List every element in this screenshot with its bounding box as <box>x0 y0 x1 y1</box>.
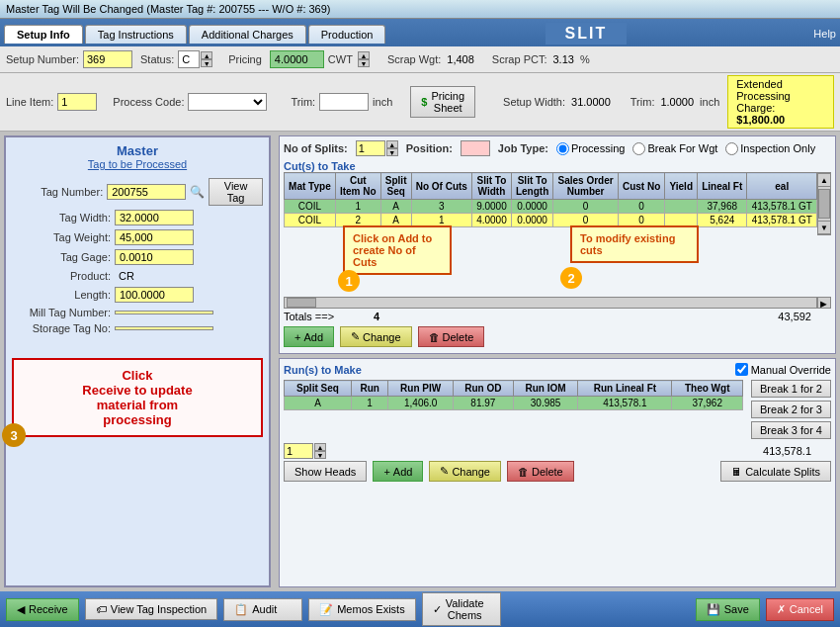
runs-up[interactable]: ▲ <box>314 443 326 451</box>
runs-delete-trash-icon: 🗑 <box>518 466 529 478</box>
break-for-wgt-radio-label[interactable]: Break For Wgt <box>632 142 717 155</box>
inspection-only-option-text: Inspection Only <box>740 142 815 154</box>
break-for-wgt-radio[interactable] <box>632 142 645 155</box>
view-tag-button[interactable]: View Tag <box>209 178 263 206</box>
delete-trash-icon: 🗑 <box>429 331 440 343</box>
splits-down[interactable]: ▼ <box>386 148 398 156</box>
price-down[interactable]: ▼ <box>358 59 370 67</box>
cuts-r1-cut-item-no: 1 <box>335 200 380 214</box>
save-button[interactable]: 💾 Save <box>696 598 760 621</box>
tag-width-value: 32.0000 <box>115 210 194 225</box>
manual-override-checkbox[interactable] <box>735 363 748 376</box>
status-arrows[interactable]: ▲ ▼ <box>201 51 212 67</box>
memos-exists-button[interactable]: 📝 Memos Exists <box>308 598 415 621</box>
runs-delete-button[interactable]: 🗑 Delete <box>507 461 574 482</box>
sb-thumb[interactable] <box>818 189 830 219</box>
receive-icon: ◀ <box>17 603 25 616</box>
runs-spinner-input[interactable] <box>284 443 313 459</box>
trim-input[interactable] <box>319 93 369 111</box>
cancel-button[interactable]: ✗ Cancel <box>766 598 834 621</box>
runs-add-button[interactable]: + Add <box>373 461 423 482</box>
status-spinner[interactable]: ▲ ▼ <box>178 50 212 68</box>
h-scroll-thumb[interactable] <box>287 298 316 308</box>
no-of-splits-input[interactable] <box>356 140 385 156</box>
run-col-piw: Run PIW <box>388 381 454 397</box>
col-no-of-cuts: No Of Cuts <box>411 173 472 200</box>
splits-up[interactable]: ▲ <box>386 140 398 148</box>
splits-arrows[interactable]: ▲ ▼ <box>386 140 398 156</box>
tab-tag-instructions[interactable]: Tag Instructions <box>85 25 187 44</box>
ext-charge-value: $1,800.00 <box>736 114 785 126</box>
trim-right-unit: inch <box>700 96 719 108</box>
validate-chems-button[interactable]: ✓ Validate Chems <box>422 592 501 626</box>
cuts-change-button[interactable]: ✎ Change <box>340 326 412 347</box>
inspection-only-radio-label[interactable]: Inspection Only <box>725 142 815 155</box>
line-item-input[interactable] <box>57 93 97 111</box>
calc-splits-button[interactable]: 🖩 Calculate Splits <box>720 461 831 482</box>
tab-production[interactable]: Production <box>308 25 386 44</box>
h-scroll-right[interactable]: ► <box>817 297 831 309</box>
runs-spinner-arrows[interactable]: ▲ ▼ <box>314 443 326 459</box>
cuts-action-btns: + Add ✎ Change 🗑 Delete <box>284 324 831 349</box>
processing-radio-label[interactable]: Processing <box>556 142 625 155</box>
break-1-for-2-button[interactable]: Break 1 for 2 <box>751 380 831 398</box>
scrap-wgt-value: 1,408 <box>447 53 474 65</box>
runs-down[interactable]: ▼ <box>314 451 326 459</box>
cuts-row-1[interactable]: COIL 1 A 3 9.0000 0.0000 0 0 37,968 <box>285 200 817 214</box>
process-code-select[interactable] <box>188 93 267 111</box>
tag-number-row: Tag Number: 200755 🔍 View Tag <box>12 178 263 206</box>
badge-2: 2 <box>560 267 582 289</box>
processing-radio[interactable] <box>556 142 569 155</box>
content-area: Master Tag to be Processed Tag Number: 2… <box>0 132 840 591</box>
tag-weight-label: Tag Weight: <box>12 231 111 243</box>
sb-down[interactable]: ▼ <box>817 221 831 234</box>
show-heads-button[interactable]: Show Heads <box>284 461 367 482</box>
storage-tag-value <box>115 326 213 330</box>
horizontal-scrollbar[interactable] <box>284 297 817 309</box>
setup-number-label: Setup Number: <box>6 53 79 65</box>
cuts-r1-cust-no: 0 <box>618 200 665 214</box>
tab-additional-charges[interactable]: Additional Charges <box>189 25 306 44</box>
runs-change-button[interactable]: ✎ Change <box>429 461 501 482</box>
runs-spinner[interactable]: ▲ ▼ <box>284 443 326 459</box>
run-row-1[interactable]: A 1 1,406.0 81.97 30.985 413,578.1 37,96… <box>285 397 743 410</box>
processing-option-text: Processing <box>571 142 625 154</box>
sb-up[interactable]: ▲ <box>817 173 831 187</box>
price-up[interactable]: ▲ <box>358 51 370 59</box>
runs-change-label: Change <box>452 466 490 478</box>
inspection-only-radio[interactable] <box>725 142 738 155</box>
cuts-section: No of Splits: ▲ ▼ Position: Job Type: Pr… <box>279 135 836 354</box>
break-3-for-4-button[interactable]: Break 3 for 4 <box>751 421 831 439</box>
scrap-pct-group: Scrap PCT: 3.13 % <box>492 53 590 65</box>
status-input[interactable] <box>178 50 200 68</box>
price-input[interactable] <box>270 50 324 68</box>
col-yield: Yield <box>665 173 698 200</box>
status-down[interactable]: ▼ <box>201 59 212 67</box>
job-type-label: Job Type: <box>498 142 548 154</box>
break-btns-group: Break 1 for 2 Break 2 for 3 Break 3 for … <box>751 380 831 439</box>
manual-override-group[interactable]: Manual Override <box>735 363 831 376</box>
run-r1-split-seq: A <box>285 397 352 410</box>
search-icon[interactable]: 🔍 <box>190 185 205 199</box>
pricing-sheet-button[interactable]: $ Pricing Sheet <box>410 86 475 118</box>
position-input[interactable] <box>461 140 490 156</box>
audit-button[interactable]: 📋 Audit <box>223 598 302 621</box>
slit-badge: SLIT <box>546 23 628 45</box>
validate-icon: ✓ <box>433 603 442 616</box>
view-tag-inspection-button[interactable]: 🏷 View Tag Inspection <box>85 598 217 620</box>
cuts-scrollbar[interactable]: ▲ ▼ <box>817 172 831 235</box>
setup-number-input[interactable] <box>83 50 132 68</box>
cuts-delete-button[interactable]: 🗑 Delete <box>418 326 485 347</box>
cuts-add-button[interactable]: + Add <box>284 326 334 347</box>
no-of-splits-spinner[interactable]: ▲ ▼ <box>356 140 398 156</box>
tooltip-modify: To modify existing cuts <box>570 225 699 263</box>
status-up[interactable]: ▲ <box>201 51 212 59</box>
break-2-for-3-button[interactable]: Break 2 for 3 <box>751 401 831 418</box>
line-item-label: Line Item: <box>6 96 53 108</box>
tab-setup-info[interactable]: Setup Info <box>4 25 83 44</box>
price-value-group: CWT ▲ ▼ <box>270 50 370 68</box>
cuts-change-label: Change <box>363 331 401 343</box>
help-button[interactable]: Help <box>813 28 836 40</box>
receive-button[interactable]: ◀ Receive <box>6 598 79 621</box>
price-arrows[interactable]: ▲ ▼ <box>358 51 370 67</box>
